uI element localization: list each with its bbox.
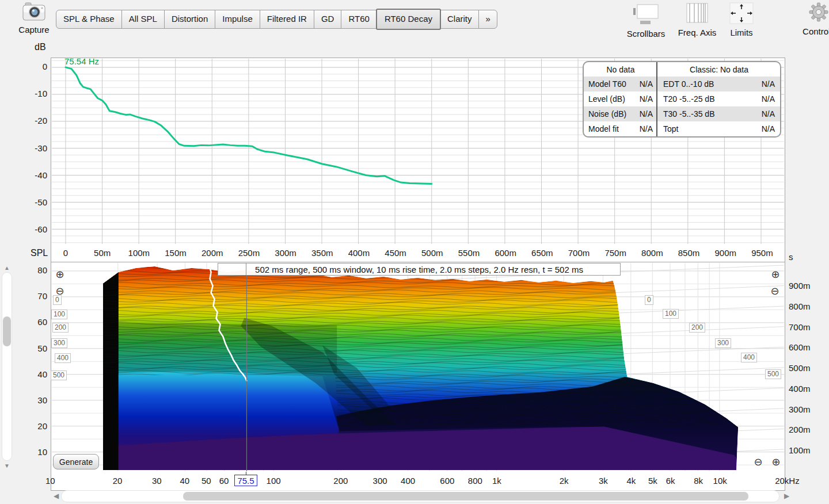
tool-limits[interactable]: Limits — [725, 2, 758, 37]
stats-metric-label: Model fit — [588, 124, 640, 133]
waterfall-freq-tick: 400 — [390, 476, 427, 486]
stats-metric-value: N/A — [640, 109, 653, 119]
zoom-in-bottom-button[interactable]: ⊕ — [770, 456, 782, 468]
rew-window: { "toolbar": { "capture": { "label": "Ca… — [0, 0, 829, 504]
vertical-scrollbar-thumb[interactable] — [3, 316, 11, 346]
waterfall-freq-tick: 20kHz — [769, 476, 805, 486]
tool-freq-axis[interactable]: Freq. Axis — [675, 2, 719, 37]
stats-metric-value: N/A — [640, 94, 653, 104]
waterfall-spl-tick: 40 — [21, 369, 47, 379]
stats-metric-label: Noise (dB) — [588, 109, 640, 119]
generate-button[interactable]: Generate — [53, 454, 99, 469]
tab-all-spl[interactable]: All SPL — [121, 10, 165, 29]
tool-controls[interactable]: Controls — [801, 1, 829, 36]
waterfall-freq-tick: 1k — [478, 476, 515, 486]
waterfall-time-tick: 600m — [789, 342, 819, 352]
stats-row: Model fitN/AToptN/A — [584, 121, 780, 136]
waterfall-spl-tick: 10 — [21, 447, 47, 457]
waterfall-cursor-freq-readout[interactable]: 75.5 — [234, 475, 257, 486]
horizontal-scrollbar-thumb[interactable] — [183, 492, 748, 501]
hscroll-right-arrow[interactable]: ▶ — [784, 493, 789, 499]
tool-scrollbars[interactable]: Scrollbars — [624, 3, 668, 39]
waterfall-time-tick: 800m — [789, 301, 819, 311]
decay-xtick: 350m — [305, 248, 340, 258]
zoom-out-right-button[interactable]: ⊖ — [769, 285, 781, 297]
decay-cursor-readout: 75.54 Hz — [64, 56, 99, 66]
zoom-out-bottom-button[interactable]: ⊖ — [752, 456, 764, 468]
stats-metric-value: N/A — [762, 94, 775, 104]
waterfall-plot-area[interactable] — [51, 262, 785, 472]
stats-metric-value: N/A — [640, 124, 653, 133]
zoom-in-right-button[interactable]: ⊕ — [770, 269, 781, 280]
zoom-out-left-button[interactable]: ⊖ — [54, 285, 66, 297]
tab-clarity[interactable]: Clarity — [440, 10, 480, 29]
tool-scrollbars-label: Scrollbars — [624, 29, 668, 39]
tab-overflow-button[interactable]: » — [478, 10, 497, 29]
stats-row: Model T60N/AEDT 0..-10 dBN/A — [584, 77, 780, 91]
stats-right-header-cell: Classic: No data — [657, 62, 780, 77]
wf-time-label-left: 300 — [51, 338, 67, 348]
tool-limits-label: Limits — [725, 28, 758, 37]
waterfall-spl-tick: 70 — [21, 291, 47, 301]
wf-time-label-right: 200 — [689, 323, 705, 333]
waterfall-spl-tick: 20 — [21, 421, 47, 431]
decay-xtick: 150m — [158, 248, 193, 258]
hscroll-left-arrow[interactable]: ◀ — [54, 493, 59, 499]
stats-row: Level (dB)N/AT20 -5..-25 dBN/A — [584, 91, 780, 106]
stats-right-cell: T20 -5..-25 dBN/A — [657, 91, 780, 106]
decay-xtick: 750m — [598, 248, 633, 258]
wf-time-label-right: 400 — [741, 353, 757, 362]
decay-xtick: 100m — [121, 248, 156, 258]
waterfall-freq-tick: 200 — [322, 476, 359, 486]
tab-spl-phase[interactable]: SPL & Phase — [56, 10, 122, 29]
waterfall-cursor-tick — [246, 472, 246, 475]
waterfall-y-axis-title: SPL — [31, 248, 48, 258]
stats-header-row: No dataClassic: No data — [584, 62, 780, 77]
decay-xtick: 650m — [525, 248, 560, 258]
waterfall-time-tick: 200m — [789, 425, 819, 434]
waterfall-cursor-line — [246, 263, 246, 276]
vertical-scrollbar-track[interactable] — [2, 272, 12, 461]
tool-freq-axis-label: Freq. Axis — [675, 28, 719, 37]
zoom-in-left-button[interactable]: ⊕ — [54, 269, 66, 280]
waterfall-spl-tick: 60 — [21, 317, 47, 327]
controls-icon — [805, 1, 829, 23]
decay-xtick: 0 — [48, 248, 83, 258]
capture-button[interactable]: Capture — [16, 2, 52, 35]
stats-metric-label: Level (dB) — [588, 94, 640, 104]
decay-xtick: 700m — [562, 248, 596, 258]
stats-left-cell: Model fitN/A — [584, 121, 657, 136]
stats-metric-label: T20 -5..-25 dB — [663, 94, 762, 104]
waterfall-time-tick: 700m — [789, 322, 819, 332]
decay-xtick: 600m — [488, 248, 523, 258]
decay-xtick: 950m — [745, 248, 779, 258]
decay-xtick: 450m — [378, 248, 413, 258]
tab-filtered-ir[interactable]: Filtered IR — [260, 10, 314, 29]
tab-rt60[interactable]: RT60 — [341, 10, 377, 29]
stats-metric-value: N/A — [762, 79, 775, 89]
vscroll-down-arrow[interactable]: ▼ — [4, 463, 10, 469]
freq-axis-icon — [683, 2, 711, 24]
waterfall-time-tick: 400m — [789, 384, 819, 394]
stats-left-cell: Level (dB)N/A — [584, 91, 657, 106]
stats-left-cell: Model T60N/A — [584, 77, 657, 91]
waterfall-time-tick: 300m — [789, 404, 819, 414]
decay-xtick: 800m — [635, 248, 670, 258]
tool-controls-label: Controls — [801, 26, 829, 36]
tab-gd[interactable]: GD — [314, 10, 342, 29]
graph-tabbar: SPL & PhaseAll SPLDistortionImpulseFilte… — [56, 10, 497, 29]
stats-right-cell: ToptN/A — [657, 121, 780, 136]
waterfall-freq-tick: 20 — [99, 476, 136, 486]
tab-distortion[interactable]: Distortion — [164, 10, 215, 29]
vscroll-up-arrow[interactable]: ▲ — [4, 265, 10, 271]
waterfall-time-tick: 500m — [789, 363, 819, 373]
waterfall-freq-tick: 10 — [32, 476, 69, 486]
tab-rt60-decay[interactable]: RT60 Decay — [376, 9, 441, 30]
waterfall-spl-tick: 50 — [21, 343, 47, 353]
waterfall-spl-tick: 80 — [21, 265, 47, 275]
decay-ytick: -40 — [21, 170, 47, 180]
wf-time-label-right: 0 — [645, 295, 653, 305]
decay-xtick: 850m — [672, 248, 706, 258]
tab-impulse[interactable]: Impulse — [215, 10, 260, 29]
capture-label: Capture — [16, 25, 52, 35]
